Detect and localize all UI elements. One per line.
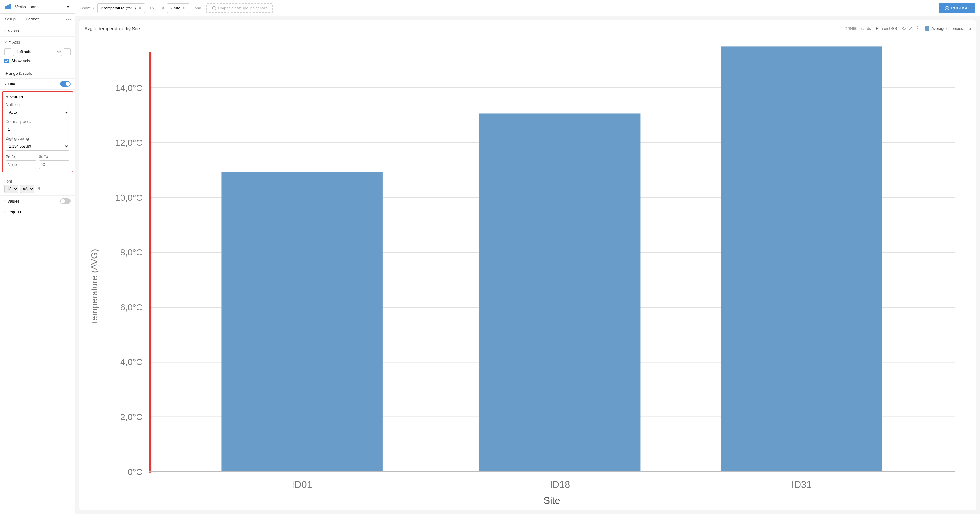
show-row: Show Y ∨ temperature (AVG) ✕ (80, 3, 145, 13)
font-row: 12 aA ↺ (5, 185, 71, 193)
suffix-label: Suffix (39, 155, 70, 159)
legend-chevron: › (5, 210, 6, 214)
font-reset-btn[interactable]: ↺ (36, 186, 40, 192)
and-label: And (194, 6, 201, 10)
chart-header: Avg of temperature by Site 278460 record… (84, 26, 971, 32)
publish-icon (945, 6, 949, 10)
show-axis-row: Show axis (5, 58, 71, 63)
bar-id31 (721, 46, 882, 472)
axis-prev-btn[interactable]: ‹ (5, 48, 11, 55)
drop-zone[interactable]: Drop to create groups of bars (206, 3, 273, 13)
svg-text:6,0°C: 6,0°C (120, 302, 143, 312)
range-scale-header[interactable]: › Range & scale (0, 69, 75, 78)
font-label: Font (5, 179, 71, 184)
legend-color (925, 26, 929, 31)
values-box: ∨ Values Multiplier Auto Decimal places … (2, 91, 73, 172)
refresh-btn[interactable]: ↻ (902, 26, 906, 32)
font-size-select[interactable]: 12 (5, 185, 18, 193)
y-field-chevron: ∨ (101, 6, 103, 10)
values-label: Values (10, 94, 23, 99)
legend-label-text: Average of temperature (931, 26, 971, 31)
y-axis-section: ∨ Y Axis ‹ Left axis › Show axis (0, 37, 75, 69)
main-content: Show Y ∨ temperature (AVG) ✕ By X ∨ Site… (75, 0, 980, 514)
values-bottom-toggle[interactable] (60, 198, 71, 204)
font-style-select[interactable]: aA (20, 185, 34, 193)
chart-svg: temperature (AVG) 0°C 2,0°C 4,0°C 6 (84, 35, 971, 505)
values-bottom-chevron: › (5, 199, 6, 203)
show-axis-label: Show axis (11, 58, 30, 63)
digit-grouping-select[interactable]: 1.234.567,89 (6, 142, 69, 151)
prefix-input[interactable] (6, 160, 37, 169)
svg-text:0°C: 0°C (127, 467, 142, 477)
title-label: Title (8, 82, 15, 86)
x-tick-id18: ID18 (550, 479, 570, 490)
values-section: ∨ Values Multiplier Auto Decimal places … (0, 89, 75, 174)
y-field-remove[interactable]: ✕ (138, 6, 142, 10)
svg-rect-0 (5, 6, 6, 10)
svg-text:8,0°C: 8,0°C (120, 247, 143, 257)
tab-format[interactable]: Format (21, 13, 44, 25)
range-scale-section: › Range & scale (0, 69, 75, 78)
chart-actions: ↻ ⤢ ⋮ (902, 26, 920, 32)
values-chevron: ∨ (6, 95, 8, 99)
expand-btn[interactable]: ⤢ (908, 26, 913, 32)
suffix-group: Suffix (39, 152, 70, 169)
more-menu-btn[interactable]: ⋯ (62, 16, 75, 23)
chart-svg-wrapper: temperature (AVG) 0°C 2,0°C 4,0°C 6 (84, 35, 971, 505)
decimal-places-label: Decimal places (6, 120, 69, 124)
show-label: Show (80, 6, 90, 10)
prefix-suffix-row: Prefix Suffix (6, 152, 69, 169)
chart-run-dss[interactable]: Run on DSS (876, 26, 897, 31)
x-label: X (162, 6, 164, 10)
y-label: Y (92, 6, 95, 10)
values-bottom-label: Values (8, 199, 20, 204)
x-tick-id01: ID01 (292, 479, 312, 490)
svg-point-6 (945, 6, 949, 10)
axis-next-btn[interactable]: › (64, 48, 71, 55)
axis-select[interactable]: Left axis (13, 48, 62, 56)
publish-button[interactable]: PUBLISH (939, 3, 975, 13)
chart-type-icon (5, 3, 11, 10)
bar-id18 (479, 113, 640, 472)
legend-label: Legend (8, 209, 21, 214)
y-field-value: temperature (AVG) (104, 6, 135, 10)
x-axis-header[interactable]: › X Axis (0, 26, 75, 37)
legend-section[interactable]: › Legend (0, 206, 75, 217)
svg-text:10,0°C: 10,0°C (115, 193, 143, 203)
title-chevron: › (5, 82, 6, 86)
sidebar-header: Vertical bars (0, 0, 75, 13)
x-axis-label: X Axis (8, 29, 19, 33)
tab-setup[interactable]: Setup (0, 13, 21, 25)
y-axis-chevron: ∨ (5, 40, 7, 44)
y-field-chip[interactable]: ∨ temperature (AVG) ✕ (97, 3, 145, 13)
x-field-value: Site (174, 6, 180, 10)
x-axis-title: Site (543, 495, 560, 505)
axis-nav: ‹ Left axis › (5, 48, 71, 56)
publish-label: PUBLISH (951, 6, 969, 10)
svg-text:12,0°C: 12,0°C (115, 137, 143, 148)
digit-grouping-label: Digit grouping (6, 136, 69, 141)
by-label: By (150, 6, 159, 10)
legend-item: Average of temperature (925, 26, 971, 31)
x-field-remove[interactable]: ✕ (183, 6, 186, 10)
show-axis-checkbox[interactable] (5, 59, 9, 63)
sidebar: Vertical bars Setup Format ⋯ › X Axis ∨ … (0, 0, 75, 514)
x-field-chip[interactable]: ∨ Site ✕ (167, 3, 189, 13)
x-field-chevron: ∨ (170, 6, 173, 10)
chart-header-right: 278460 records Run on DSS ↻ ⤢ ⋮ Average … (845, 26, 971, 32)
more-btn[interactable]: ⋮ (915, 26, 920, 32)
x-axis-chevron: › (5, 29, 6, 33)
suffix-input[interactable] (39, 160, 70, 169)
multiplier-label: Multiplier (6, 102, 69, 107)
title-toggle[interactable] (60, 81, 71, 87)
y-axis-header[interactable]: ∨ Y Axis (0, 37, 75, 48)
decimal-places-input[interactable] (6, 125, 69, 134)
multiplier-select[interactable]: Auto (6, 108, 69, 117)
y-axis-label: temperature (AVG) (89, 249, 99, 323)
y-axis-red-border (149, 52, 151, 472)
prefix-label: Prefix (6, 155, 37, 159)
values-header: ∨ Values (6, 94, 69, 99)
title-section: › Title (0, 78, 75, 89)
chart-type-select[interactable]: Vertical bars (14, 4, 71, 10)
range-scale-label: Range & scale (6, 71, 32, 76)
